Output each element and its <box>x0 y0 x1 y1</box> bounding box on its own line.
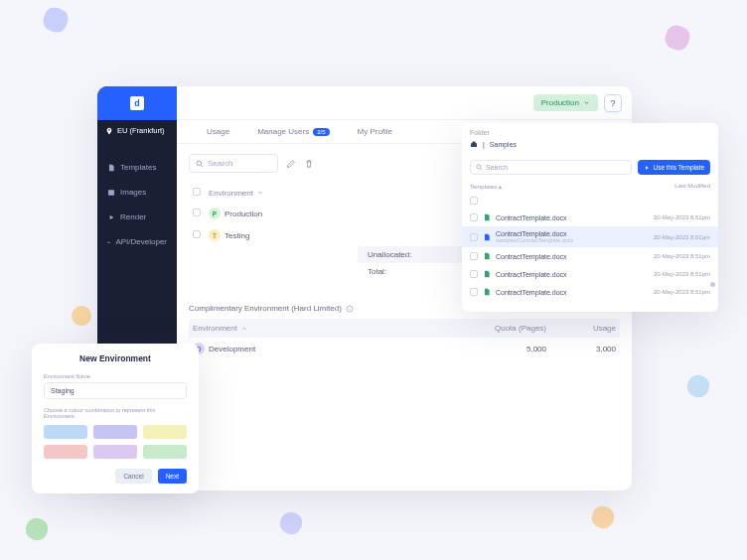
pin-icon <box>105 127 113 135</box>
file-icon <box>107 164 115 172</box>
divider: | <box>483 141 485 148</box>
template-date: 20-May-2023 8:51pm <box>654 271 710 277</box>
col-quota: Quota (Pages) <box>447 324 546 333</box>
image-icon <box>107 189 115 197</box>
row-checkbox[interactable] <box>193 209 201 216</box>
color-swatch[interactable] <box>93 445 137 459</box>
docx-file-icon <box>483 269 491 279</box>
delete-icon[interactable] <box>304 159 314 169</box>
template-date: 20-May-2023 8:51pm <box>654 214 710 220</box>
search-input[interactable]: Search <box>189 154 278 173</box>
home-icon <box>470 140 478 148</box>
template-name: ContractTemplate.docx <box>496 253 649 260</box>
template-path: samples/ContractTemplate.docx <box>496 237 649 243</box>
total-label: Total: <box>368 267 386 276</box>
row-checkbox[interactable] <box>470 213 478 221</box>
key-icon <box>107 238 110 246</box>
decor-square <box>277 509 305 537</box>
new-environment-modal: New Environment Environment Name Staging… <box>32 344 199 493</box>
docx-file-icon <box>483 232 491 242</box>
env-name: Testing <box>224 231 249 240</box>
chevron-down-icon <box>257 190 263 196</box>
docx-file-icon <box>483 212 491 222</box>
template-name: ContractTemplate.docxsamples/ContractTem… <box>496 230 649 243</box>
row-checkbox[interactable] <box>470 252 478 260</box>
edit-icon[interactable] <box>286 159 296 169</box>
info-icon[interactable] <box>346 305 354 313</box>
docx-file-icon <box>483 251 491 261</box>
table-row[interactable]: D Development 5,000 3,000 <box>189 338 620 359</box>
list-item[interactable]: ContractTemplate.docx20-May-2023 8:51pm <box>462 247 718 265</box>
chevron-down-icon <box>583 99 590 106</box>
total-label: Unallocated: <box>368 250 411 259</box>
decor-square <box>69 303 94 329</box>
col-label: Environment <box>209 189 253 198</box>
svg-rect-0 <box>108 190 114 195</box>
section-title-text: Complimentary Environment (Hard Limited) <box>189 304 342 313</box>
row-checkbox[interactable] <box>470 233 478 241</box>
env-name-input[interactable]: Staging <box>44 382 187 399</box>
search-icon <box>476 164 483 171</box>
sidebar-item-label: Images <box>120 188 146 197</box>
col-modified: Last Modified <box>674 183 710 190</box>
folder-label: Folder <box>462 123 718 140</box>
templates-panel: Folder | Samples Search Use this Templat… <box>462 123 718 312</box>
color-swatch[interactable] <box>143 425 187 439</box>
tab-label: My Profile <box>358 127 393 136</box>
list-item-checkbox-row <box>462 193 718 209</box>
quota-value: 5,000 <box>447 345 546 353</box>
help-label: ? <box>610 98 615 108</box>
chevron-up-icon <box>241 326 247 332</box>
color-swatch[interactable] <box>44 445 87 459</box>
checkbox-all[interactable] <box>193 188 201 196</box>
environment-pill[interactable]: Production <box>533 94 598 111</box>
list-item[interactable]: ContractTemplate.docx20-May-2023 8:51pm <box>462 209 718 226</box>
sidebar-item-images[interactable]: Images <box>97 180 177 205</box>
templates-search[interactable]: Search <box>470 160 632 175</box>
list-item[interactable]: ContractTemplate.docxsamples/ContractTem… <box>462 226 718 247</box>
row-checkbox[interactable] <box>470 270 478 278</box>
sidebar-item-api[interactable]: API/Developer <box>97 229 177 254</box>
col-templates[interactable]: Templates ▴ <box>470 183 502 190</box>
cancel-button[interactable]: Cancel <box>115 469 151 484</box>
env-avatar: T <box>209 229 221 241</box>
checkbox-all[interactable] <box>470 197 478 205</box>
templates-header: Templates ▴ Last Modified <box>462 181 718 193</box>
modal-title: New Environment <box>44 353 187 363</box>
region-label: EU (Frankfurt) <box>117 126 165 135</box>
tab-usage[interactable]: Usage <box>207 127 229 136</box>
color-swatch[interactable] <box>44 425 87 439</box>
tab-manage-users[interactable]: Manage Users 2/5 <box>257 127 329 136</box>
template-date: 20-May-2023 8:51pm <box>654 234 710 240</box>
list-item[interactable]: ContractTemplate.docx20-May-2023 8:51pm <box>462 283 718 301</box>
next-button[interactable]: Next <box>158 469 187 484</box>
search-placeholder: Search <box>208 159 232 168</box>
button-label: Next <box>166 473 179 480</box>
logo-icon: d <box>130 96 144 110</box>
search-placeholder: Search <box>486 164 508 171</box>
row-checkbox[interactable] <box>470 288 478 296</box>
template-name: ContractTemplate.docx <box>496 289 649 296</box>
breadcrumb[interactable]: | Samples <box>462 140 718 154</box>
region-selector[interactable]: EU (Frankfurt) <box>97 120 177 141</box>
color-swatch[interactable] <box>143 445 187 459</box>
help-button[interactable]: ? <box>604 94 622 112</box>
use-template-button[interactable]: Use this Template <box>638 160 710 175</box>
decor-square <box>589 503 617 531</box>
search-icon <box>196 160 204 168</box>
scrollbar-thumb[interactable] <box>710 282 715 287</box>
breadcrumb-item: Samples <box>490 141 517 148</box>
tab-label: Usage <box>207 127 229 136</box>
row-checkbox[interactable] <box>193 230 201 238</box>
sidebar-item-render[interactable]: Render <box>97 205 177 229</box>
environment-pill-label: Production <box>541 98 579 107</box>
env-name: Development <box>209 345 255 353</box>
sidebar-item-templates[interactable]: Templates <box>97 155 177 180</box>
tab-my-profile[interactable]: My Profile <box>358 127 393 136</box>
play-icon <box>644 165 650 171</box>
list-item[interactable]: ContractTemplate.docx20-May-2023 8:51pm <box>462 265 718 283</box>
col-label: Environment <box>193 324 237 333</box>
topbar: Production ? <box>177 86 632 120</box>
color-swatch[interactable] <box>93 425 137 439</box>
col-environment[interactable]: Environment <box>193 324 447 333</box>
